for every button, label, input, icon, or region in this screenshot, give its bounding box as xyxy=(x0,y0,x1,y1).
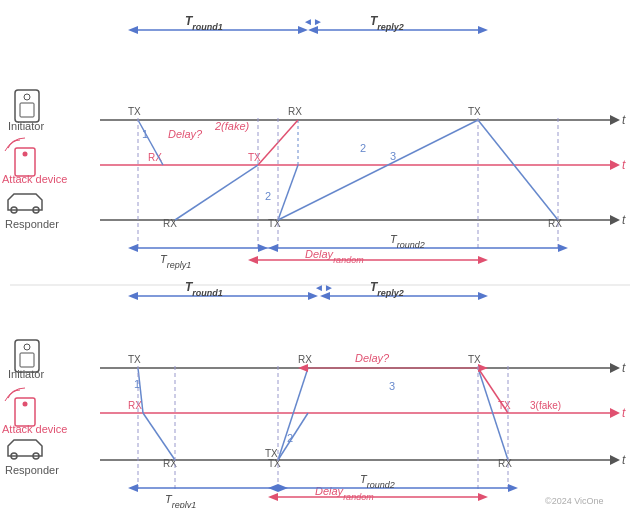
svg-text:◄►: ◄► xyxy=(314,282,334,293)
svg-text:TX: TX xyxy=(248,152,261,163)
svg-marker-69 xyxy=(610,363,620,373)
svg-text:Delay?: Delay? xyxy=(168,128,203,140)
svg-marker-113 xyxy=(308,292,318,300)
svg-text:t: t xyxy=(622,361,626,375)
svg-marker-59 xyxy=(558,244,568,252)
svg-line-28 xyxy=(175,165,258,220)
svg-text:2: 2 xyxy=(265,190,271,202)
svg-marker-45 xyxy=(478,26,488,34)
svg-marker-75 xyxy=(610,455,620,465)
svg-text:3: 3 xyxy=(390,150,396,162)
svg-text:1: 1 xyxy=(142,128,148,140)
svg-marker-116 xyxy=(320,292,330,300)
svg-text:RX: RX xyxy=(298,354,312,365)
svg-line-101 xyxy=(478,368,508,413)
svg-text:TX: TX xyxy=(468,354,481,365)
copyright-text: ©2024 VicOne xyxy=(545,496,604,506)
svg-text:3(fake): 3(fake) xyxy=(530,400,561,411)
svg-marker-130 xyxy=(268,484,278,492)
svg-marker-125 xyxy=(268,493,278,501)
svg-marker-131 xyxy=(508,484,518,492)
svg-point-82 xyxy=(23,402,28,407)
svg-marker-112 xyxy=(128,292,138,300)
svg-marker-41 xyxy=(298,26,308,34)
diagram-container: t t t Initiator Attack device Responder xyxy=(0,0,640,508)
svg-marker-1 xyxy=(610,115,620,125)
svg-point-10 xyxy=(24,94,30,100)
svg-point-78 xyxy=(24,344,30,350)
svg-line-100 xyxy=(478,368,508,460)
svg-text:Treply1: Treply1 xyxy=(165,493,196,508)
svg-marker-44 xyxy=(308,26,318,34)
svg-text:TX: TX xyxy=(265,448,278,459)
svg-text:TX: TX xyxy=(128,106,141,117)
svg-marker-7 xyxy=(610,215,620,225)
svg-line-32 xyxy=(278,120,478,220)
svg-marker-55 xyxy=(478,256,488,264)
svg-marker-58 xyxy=(268,244,278,252)
svg-marker-121 xyxy=(128,484,138,492)
svg-text:t: t xyxy=(622,453,626,467)
svg-text:2: 2 xyxy=(360,142,366,154)
svg-text:RX: RX xyxy=(288,106,302,117)
svg-text:2(fake): 2(fake) xyxy=(214,120,250,132)
svg-text:RX: RX xyxy=(128,400,142,411)
svg-text:RX: RX xyxy=(548,218,562,229)
svg-text:Responder: Responder xyxy=(5,464,59,476)
svg-text:TX: TX xyxy=(468,106,481,117)
svg-text:Delayrandom: Delayrandom xyxy=(305,248,364,265)
svg-text:Delay?: Delay? xyxy=(355,352,390,364)
svg-marker-72 xyxy=(610,408,620,418)
svg-text:Attack device: Attack device xyxy=(2,173,67,185)
svg-marker-126 xyxy=(478,493,488,501)
svg-text:Initiator: Initiator xyxy=(8,120,44,132)
svg-marker-40 xyxy=(128,26,138,34)
svg-point-14 xyxy=(23,152,28,157)
svg-text:t: t xyxy=(622,213,626,227)
svg-line-33 xyxy=(478,120,558,220)
svg-text:t: t xyxy=(622,113,626,127)
svg-marker-54 xyxy=(248,256,258,264)
svg-line-97 xyxy=(143,413,175,460)
svg-marker-103 xyxy=(298,364,308,372)
svg-text:RX: RX xyxy=(148,152,162,163)
svg-text:TX: TX xyxy=(128,354,141,365)
svg-rect-11 xyxy=(20,103,34,117)
svg-rect-79 xyxy=(20,353,34,367)
svg-text:t: t xyxy=(622,158,626,172)
svg-line-98 xyxy=(278,368,308,460)
svg-text:3: 3 xyxy=(389,380,395,392)
svg-text:TX: TX xyxy=(268,458,281,469)
svg-marker-104 xyxy=(478,364,488,372)
svg-text:Responder: Responder xyxy=(5,218,59,230)
svg-marker-117 xyxy=(478,292,488,300)
svg-text:RX: RX xyxy=(498,458,512,469)
svg-marker-4 xyxy=(610,160,620,170)
svg-text:Attack device: Attack device xyxy=(2,423,67,435)
svg-text:2: 2 xyxy=(287,432,293,444)
svg-text:t: t xyxy=(622,406,626,420)
svg-text:Initiator: Initiator xyxy=(8,368,44,380)
svg-text:◄►: ◄► xyxy=(303,16,323,27)
svg-marker-49 xyxy=(128,244,138,252)
svg-text:1: 1 xyxy=(134,378,140,390)
svg-text:Treply1: Treply1 xyxy=(160,253,191,270)
